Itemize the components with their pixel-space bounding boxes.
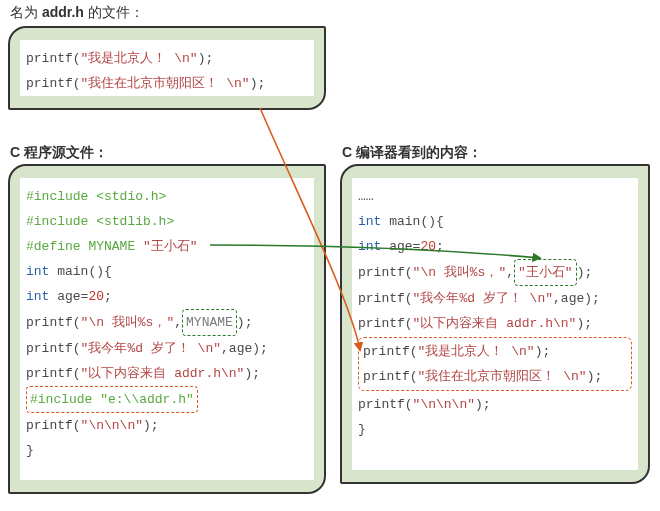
highlight-inserted-block: printf("我是北京人！ \n"); printf("我住在北京市朝阳区！ … [358,337,632,391]
compiled-label: C 编译器看到的内容： [342,144,482,162]
addr-file-label: 名为 addr.h 的文件： [10,4,144,22]
highlight-include-addr: #include "e:\\addr.h" [26,386,198,413]
code-compiled: …… int main(){ int age=20; printf("\n 我叫… [352,178,638,470]
panel-compiled: …… int main(){ int age=20; printf("\n 我叫… [340,164,650,484]
addr-prefix: 名为 [10,4,42,20]
addr-bold: addr.h [42,4,84,20]
addr-suffix: 的文件： [84,4,144,20]
highlight-myname: MYNAME [182,309,237,336]
panel-source: #include <stdio.h> #include <stdlib.h> #… [8,164,326,494]
source-file-label: C 程序源文件： [10,144,108,162]
highlight-substituted: "王小石" [514,259,577,286]
code-source: #include <stdio.h> #include <stdlib.h> #… [20,178,314,480]
code-addr-h: printf("我是北京人！ \n"); printf("我住在北京市朝阳区！ … [20,40,314,96]
panel-addr-h: printf("我是北京人！ \n"); printf("我住在北京市朝阳区！ … [8,26,326,110]
